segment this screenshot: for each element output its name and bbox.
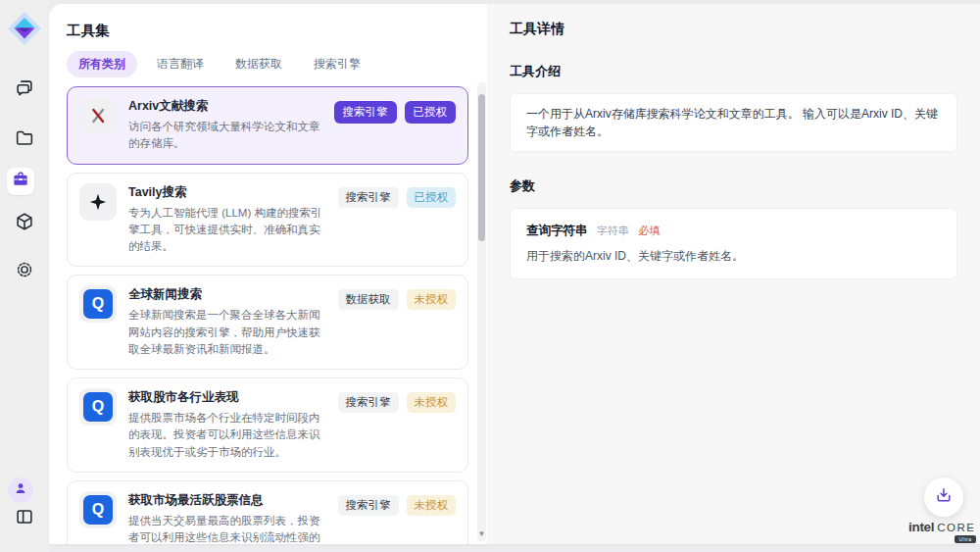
tab-all-categories[interactable]: 所有类别 <box>67 51 137 77</box>
tool-description: 提供当天交易量最高的股票列表，投资者可以利用这些信息来识别流动性强的股票和潜在的… <box>128 513 326 544</box>
cube-icon <box>14 211 35 236</box>
tool-card-body: Tavily搜索 专为人工智能代理 (LLM) 构建的搜索引擎工具，可快速提供实… <box>128 182 326 256</box>
tool-card[interactable]: Q 获取股市各行业表现 提供股票市场各个行业在特定时间段内的表现。投资者可以利用… <box>67 377 468 473</box>
nav-settings-button[interactable] <box>12 259 37 284</box>
nav-chat-button[interactable] <box>12 77 37 103</box>
download-button[interactable] <box>924 477 963 517</box>
auth-status-badge: 未授权 <box>407 495 457 516</box>
intro-text: 一个用于从Arxiv存储库搜索科学论文和文章的工具。 输入可以是Arxiv ID… <box>526 107 938 138</box>
parameter-header: 查询字符串 字符串 必填 <box>526 222 941 240</box>
gear-icon <box>14 259 35 284</box>
app-logo <box>8 12 41 45</box>
nav-packages-button[interactable] <box>12 211 37 236</box>
tool-badges: 搜索引擎 未授权 <box>338 392 457 413</box>
auth-status-badge: 未授权 <box>407 289 457 310</box>
tool-title: 获取市场最活跃股票信息 <box>128 492 326 509</box>
arxiv-x-icon <box>79 97 117 134</box>
tool-card[interactable]: Q 全球新闻搜索 全球新闻搜索是一个聚合全球各大新闻网站内容的搜索引擎，帮助用户… <box>67 275 468 370</box>
category-tabs: 所有类别 语言翻译 数据获取 搜索引擎 <box>67 51 372 77</box>
tool-title: 全球新闻搜索 <box>128 286 326 303</box>
intro-heading: 工具介绍 <box>510 63 957 80</box>
tool-card-list: Arxiv文献搜索 访问各个研究领域大量科学论文和文章的存储库。 搜索引擎 已授… <box>67 86 468 544</box>
toggle-panel-button[interactable] <box>12 506 37 531</box>
chat-icon <box>14 77 35 103</box>
tool-badges: 数据获取 未授权 <box>338 289 457 310</box>
tool-card-body: 获取股市各行业表现 提供股票市场各个行业在特定时间段内的表现。投资者可以利用这些… <box>128 387 326 461</box>
nav-tools-button-active[interactable] <box>7 168 34 195</box>
tab-search-engine[interactable]: 搜索引擎 <box>302 51 372 77</box>
auth-status-badge: 已授权 <box>407 187 457 208</box>
parameter-name: 查询字符串 <box>526 224 588 237</box>
tool-badges: 搜索引擎 已授权 <box>334 101 457 124</box>
diamond-logo-icon <box>8 12 41 45</box>
intel-core-logo: intel CORE Ultra <box>908 520 976 534</box>
tool-card[interactable]: Tavily搜索 专为人工智能代理 (LLM) 构建的搜索引擎工具，可快速提供实… <box>67 173 468 268</box>
category-badge: 搜索引擎 <box>338 392 399 413</box>
layout-panel-icon <box>14 506 35 531</box>
download-icon <box>934 485 954 509</box>
category-badge: 搜索引擎 <box>338 495 399 516</box>
scrollbar-thumb[interactable] <box>478 94 485 241</box>
user-avatar-button[interactable] <box>8 477 33 503</box>
scrollbar-down-button[interactable]: ▼ <box>477 529 486 539</box>
tab-data-fetch[interactable]: 数据获取 <box>223 51 294 77</box>
parameter-type: 字符串 <box>597 225 629 236</box>
intel-wordmark: intel <box>908 520 934 534</box>
tool-title: Arxiv文献搜索 <box>128 98 322 115</box>
toolbox-icon <box>11 170 30 193</box>
parameter-card: 查询字符串 字符串 必填 用于搜索的Arxiv ID、关键字或作者姓名。 <box>510 208 957 279</box>
tool-details-pane: 工具详情 工具介绍 一个用于从Arxiv存储库搜索科学论文和文章的工具。 输入可… <box>487 4 980 544</box>
category-badge: 搜索引擎 <box>338 187 399 208</box>
tool-card[interactable]: Arxiv文献搜索 访问各个研究领域大量科学论文和文章的存储库。 搜索引擎 已授… <box>67 86 468 165</box>
tool-description: 专为人工智能代理 (LLM) 构建的搜索引擎工具，可快速提供实时、准确和真实的结… <box>128 205 326 256</box>
four-point-star-icon <box>79 183 117 221</box>
category-badge: 数据获取 <box>338 289 399 310</box>
toolset-pane: 工具集 所有类别 语言翻译 数据获取 搜索引擎 Arxiv文献搜索 访问各个研究… <box>49 4 487 544</box>
tool-card-body: 全球新闻搜索 全球新闻搜索是一个聚合全球各大新闻网站内容的搜索引擎，帮助用户快速… <box>128 284 326 358</box>
auth-status-badge: 未授权 <box>407 392 457 413</box>
tool-card-body: 获取市场最活跃股票信息 提供当天交易量最高的股票列表，投资者可以利用这些信息来识… <box>128 490 326 544</box>
tool-badges: 搜索引擎 未授权 <box>338 495 457 516</box>
user-icon <box>13 480 28 500</box>
intro-card: 一个用于从Arxiv存储库搜索科学论文和文章的工具。 输入可以是Arxiv ID… <box>510 93 957 152</box>
tool-description: 提供股票市场各个行业在特定时间段内的表现。投资者可以利用这些信息来识别表现优于或… <box>128 410 326 461</box>
page-title: 工具集 <box>67 22 110 40</box>
ultra-badge: Ultra <box>955 535 975 543</box>
tab-translation[interactable]: 语言翻译 <box>145 51 216 77</box>
nav-files-button[interactable] <box>12 127 37 153</box>
tool-title: Tavily搜索 <box>128 184 326 201</box>
folder-icon <box>14 127 35 153</box>
parameter-description: 用于搜索的Arxiv ID、关键字或作者姓名。 <box>526 247 941 265</box>
core-wordmark: CORE <box>937 522 975 533</box>
main-window: 工具集 所有类别 语言翻译 数据获取 搜索引擎 Arxiv文献搜索 访问各个研究… <box>49 4 980 544</box>
tool-description: 全球新闻搜索是一个聚合全球各大新闻网站内容的搜索引擎，帮助用户快速获取全球最新资… <box>128 307 326 358</box>
tool-description: 访问各个研究领域大量科学论文和文章的存储库。 <box>128 119 322 153</box>
details-title: 工具详情 <box>510 21 957 38</box>
tool-badges: 搜索引擎 已授权 <box>338 187 457 208</box>
news-q-icon: Q <box>79 491 117 528</box>
left-sidebar <box>0 0 49 552</box>
params-heading: 参数 <box>510 177 957 195</box>
news-q-icon: Q <box>79 285 117 323</box>
category-badge: 搜索引擎 <box>334 101 397 124</box>
tool-card[interactable]: Q 获取市场最活跃股票信息 提供当天交易量最高的股票列表，投资者可以利用这些信息… <box>67 480 468 544</box>
auth-status-badge: 已授权 <box>405 101 457 124</box>
required-badge: 必填 <box>638 225 660 236</box>
tool-title: 获取股市各行业表现 <box>128 389 326 406</box>
tool-card-body: Arxiv文献搜索 访问各个研究领域大量科学论文和文章的存储库。 <box>128 96 322 153</box>
news-q-icon: Q <box>79 388 117 426</box>
